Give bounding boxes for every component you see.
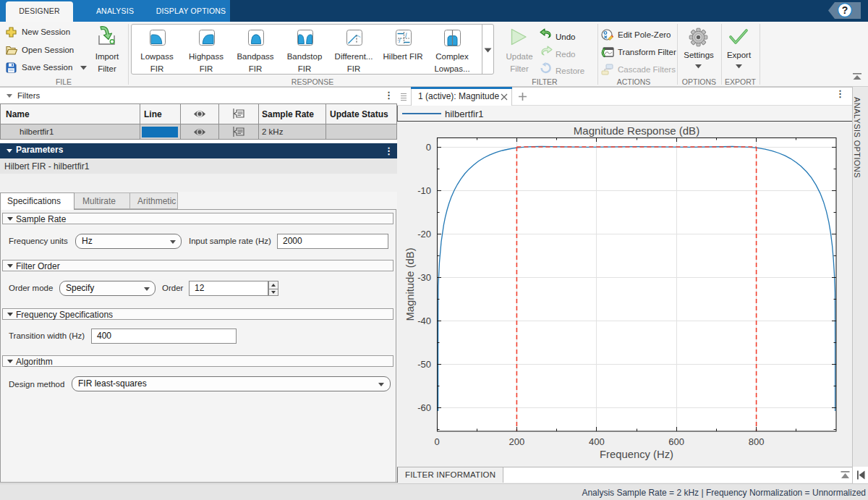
svg-text:-20: -20 [417, 229, 431, 240]
svg-text:-j: -j [397, 36, 401, 43]
svg-text:400: 400 [589, 436, 605, 447]
svg-text:-60: -60 [417, 402, 431, 413]
svg-text:-50: -50 [417, 359, 431, 370]
svg-text:j: j [405, 31, 407, 38]
svg-text:-30: -30 [417, 272, 431, 283]
svg-text:800: 800 [749, 436, 765, 447]
svg-text:200: 200 [509, 436, 525, 447]
svg-text:-10: -10 [417, 185, 431, 196]
svg-text:-40: -40 [417, 315, 431, 326]
svg-text:0: 0 [426, 142, 431, 153]
svg-text:Magnitude Response (dB): Magnitude Response (dB) [574, 124, 699, 137]
svg-text:0: 0 [434, 436, 439, 447]
svg-text:?: ? [842, 4, 848, 16]
svg-text:Magnitude (dB): Magnitude (dB) [404, 247, 416, 321]
svg-text:Frequency (Hz): Frequency (Hz) [600, 449, 673, 460]
svg-text:600: 600 [668, 436, 684, 447]
